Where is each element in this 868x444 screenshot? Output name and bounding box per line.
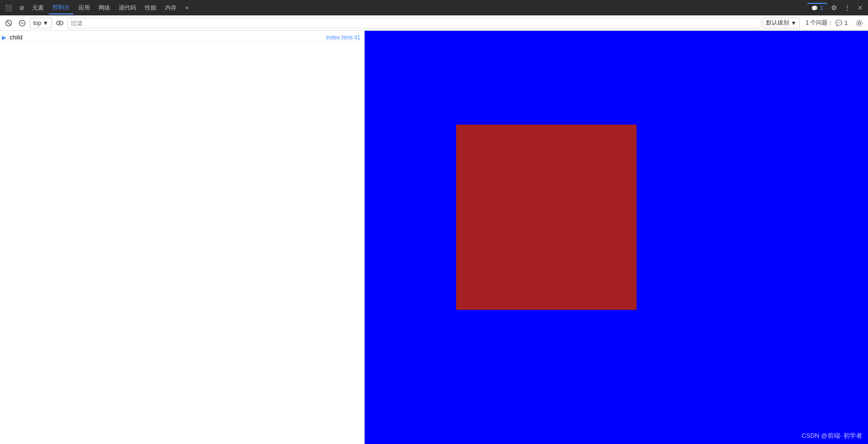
device-icon[interactable]: ⊘	[16, 2, 27, 13]
devtools-close-btn[interactable]: ✕	[855, 3, 866, 13]
issues-tab-count: 1	[820, 5, 823, 12]
expand-arrow[interactable]: ▶	[2, 34, 8, 41]
watermark: CSDN @前端· 初学者	[802, 431, 862, 440]
devtools-settings-btn[interactable]: ⚙	[828, 3, 840, 13]
main-area: ▶ child index.html:41 CSDN @前端· 初学者	[0, 31, 868, 444]
issues-text: 1 个问题：	[805, 19, 833, 27]
devtools-topnav: ⬛ ⊘ 元素 控制台 应用 网络 源代码 性能 内存 » 💬 1 ⚙ ⋮ ✕	[0, 0, 868, 15]
filter-icon	[19, 20, 26, 26]
context-selector[interactable]: top ▼	[30, 18, 52, 28]
tab-more[interactable]: »	[181, 2, 192, 13]
devtools-more-btn[interactable]: ⋮	[841, 3, 854, 13]
inspect-icon[interactable]: ⬛	[2, 2, 15, 13]
tab-memory[interactable]: 内存	[161, 2, 180, 14]
filter-input[interactable]	[67, 18, 761, 28]
tab-elements[interactable]: 元素	[28, 2, 48, 14]
svg-point-6	[858, 22, 861, 24]
svg-line-1	[7, 21, 11, 25]
tab-sources[interactable]: 源代码	[115, 2, 140, 14]
console-toolbar: top ▼ 默认级别 ▼ 1 个问题： 💬 1	[0, 15, 868, 31]
log-text: child	[10, 34, 324, 41]
issues-count-icon: 💬	[835, 20, 842, 26]
console-panel: ▶ child index.html:41	[0, 31, 365, 444]
level-dropdown-arrow: ▼	[791, 20, 796, 26]
tab-network[interactable]: 网络	[95, 2, 114, 14]
eye-icon	[56, 19, 64, 27]
console-badge-icon: 💬	[811, 5, 818, 12]
log-level-selector[interactable]: 默认级别 ▼	[763, 18, 800, 28]
context-dropdown-arrow: ▼	[43, 20, 49, 26]
tab-performance[interactable]: 性能	[141, 2, 160, 14]
preview-panel: CSDN @前端· 初学者	[365, 31, 868, 444]
clear-icon	[5, 20, 12, 26]
issues-tab[interactable]: 💬 1	[807, 3, 827, 13]
svg-point-5	[59, 22, 61, 24]
settings-icon	[856, 20, 863, 26]
clear-console-btn[interactable]	[3, 17, 14, 29]
level-label: 默认级别	[766, 19, 789, 27]
log-source-link[interactable]: index.html:41	[326, 34, 360, 41]
console-settings-btn[interactable]	[854, 17, 865, 29]
red-box	[456, 125, 637, 310]
svg-point-7	[856, 20, 862, 26]
tab-console[interactable]: 控制台	[49, 1, 74, 14]
table-row[interactable]: ▶ child index.html:41	[0, 33, 364, 42]
issues-count-num: 1	[844, 20, 848, 26]
context-label: top	[33, 20, 41, 26]
filter-btn[interactable]	[16, 17, 28, 29]
issues-counter[interactable]: 1 个问题： 💬 1	[802, 18, 852, 28]
console-output: ▶ child index.html:41	[0, 31, 364, 444]
eye-button[interactable]	[54, 17, 65, 29]
tab-application[interactable]: 应用	[75, 2, 94, 14]
